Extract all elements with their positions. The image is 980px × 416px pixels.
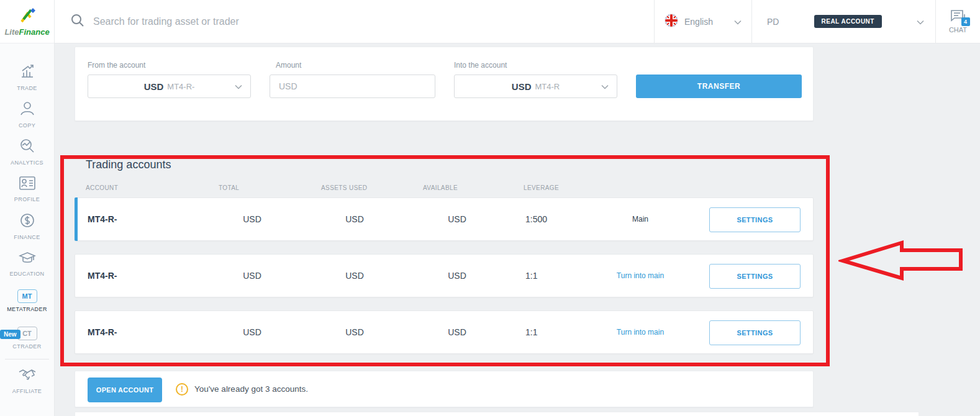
available-value: USD <box>429 311 485 353</box>
turn-into-main-link[interactable]: Turn into main <box>594 255 687 297</box>
affiliate-icon <box>18 368 37 385</box>
warning-icon: ! <box>176 383 188 396</box>
from-account-value: MT4-R- <box>167 82 194 91</box>
new-badge: New <box>0 330 20 339</box>
transfer-form: From the account USD MT4-R- Amount Into … <box>75 47 814 121</box>
chat-label: CHAT <box>949 26 967 34</box>
leverage-value: 1:500 <box>525 198 547 240</box>
litefinance-logo-icon <box>17 7 38 27</box>
uk-flag-icon <box>665 14 678 29</box>
litefinance-app: LiteFinance TRADE COPY <box>0 0 980 416</box>
brand-name: LiteFinance <box>4 27 49 37</box>
main-status-label: Main <box>594 198 687 240</box>
sidebar-item-label: AFFILIATE <box>12 388 42 394</box>
next-section-edge <box>75 412 919 416</box>
chat-button[interactable]: 4 CHAT <box>935 0 980 43</box>
main-content: From the account USD MT4-R- Amount Into … <box>55 43 980 416</box>
total-value: USD <box>224 198 280 240</box>
sidebar-nav: TRADE COPY ANALYTICS <box>0 43 54 399</box>
sidebar-item-label: EDUCATION <box>10 271 45 277</box>
leverage-value: 1:1 <box>525 311 537 353</box>
search-bar <box>55 0 654 43</box>
open-account-button[interactable]: OPEN ACCOUNT <box>88 378 162 402</box>
sidebar-item-metatrader[interactable]: MT METATRADER <box>0 282 54 319</box>
column-header-total: TOTAL <box>219 184 239 191</box>
notice-text: You've already got 3 accounts. <box>194 384 308 394</box>
amount-input[interactable] <box>270 75 435 98</box>
account-name: MT4-R- <box>88 255 117 297</box>
active-row-accent <box>75 197 78 241</box>
column-header-available: AVAILABLE <box>423 184 458 191</box>
sidebar-item-finance[interactable]: FINANCE <box>0 207 54 245</box>
sidebar-item-education[interactable]: EDUCATION <box>0 245 54 282</box>
into-account-value: MT4-R <box>535 82 560 91</box>
sidebar-item-label: CTRADER <box>12 343 41 350</box>
profile-icon <box>19 176 36 193</box>
total-value: USD <box>224 255 280 297</box>
sidebar-item-label: ANALYTICS <box>11 160 43 166</box>
sidebar: LiteFinance TRADE COPY <box>0 0 55 416</box>
topbar: English PD REAL ACCOUNT 4 CHAT <box>55 0 980 43</box>
assets-used-value: USD <box>327 311 383 353</box>
transfer-button[interactable]: TRANSFER <box>636 75 802 98</box>
turn-into-main-link[interactable]: Turn into main <box>594 311 687 353</box>
assets-used-value: USD <box>327 255 383 297</box>
accounts-notice: ! You've already got 3 accounts. <box>176 371 308 407</box>
settings-button[interactable]: SETTINGS <box>709 320 801 345</box>
account-row: MT4-R- USD USD USD 1:1 Turn into main SE… <box>75 310 814 354</box>
open-account-panel: OPEN ACCOUNT ! You've already got 3 acco… <box>75 371 814 407</box>
chat-icon: 4 <box>950 9 967 24</box>
from-account-label: From the account <box>88 61 145 70</box>
into-account-label: Into the account <box>454 61 507 70</box>
column-header-account: ACCOUNT <box>86 184 118 191</box>
column-header-assets-used: ASSETS USED <box>321 184 367 191</box>
available-value: USD <box>429 255 485 297</box>
metatrader-icon: MT <box>17 289 37 303</box>
chevron-down-icon <box>734 17 742 27</box>
sidebar-item-analytics[interactable]: ANALYTICS <box>0 133 54 170</box>
chevron-down-icon <box>917 16 924 27</box>
available-value: USD <box>429 198 485 240</box>
education-icon <box>19 250 36 268</box>
search-input[interactable] <box>93 16 638 27</box>
sidebar-item-label: METATRADER <box>7 306 47 312</box>
sidebar-divider <box>5 359 49 359</box>
chevron-down-icon <box>235 81 242 92</box>
assets-used-value: USD <box>327 198 383 240</box>
annotation-left-arrow-icon <box>838 238 966 287</box>
language-label: English <box>684 17 713 27</box>
sidebar-item-profile[interactable]: PROFILE <box>0 170 54 207</box>
finance-icon <box>19 212 35 231</box>
sidebar-item-trade[interactable]: TRADE <box>0 58 54 96</box>
litefinance-logo[interactable]: LiteFinance <box>0 0 54 43</box>
sidebar-item-label: TRADE <box>17 85 37 91</box>
settings-button[interactable]: SETTINGS <box>709 264 801 289</box>
sidebar-item-ctrader[interactable]: New CT CTRADER <box>0 319 54 356</box>
from-account-select[interactable]: USD MT4-R- <box>88 75 251 98</box>
sidebar-item-label: FINANCE <box>14 234 40 240</box>
account-row: MT4-R- USD USD USD 1:1 Turn into main SE… <box>75 254 814 297</box>
from-currency: USD <box>144 81 164 92</box>
sidebar-item-copy[interactable]: COPY <box>0 96 54 133</box>
leverage-value: 1:1 <box>525 255 537 297</box>
sidebar-item-label: PROFILE <box>14 196 40 202</box>
chat-unread-badge: 4 <box>961 17 970 26</box>
account-name: MT4-R- <box>88 311 117 353</box>
analytics-icon <box>19 138 35 156</box>
into-account-select[interactable]: USD MT4-R <box>454 75 617 98</box>
copy-trading-icon <box>19 101 35 119</box>
sidebar-item-affiliate[interactable]: AFFILIATE <box>0 362 54 399</box>
search-icon <box>71 14 84 30</box>
account-row-main: MT4-R- USD USD USD 1:500 Main SETTINGS <box>75 197 814 241</box>
chevron-down-icon <box>601 81 609 92</box>
real-account-badge: REAL ACCOUNT <box>814 15 882 28</box>
sidebar-item-label: COPY <box>19 122 35 129</box>
settings-button[interactable]: SETTINGS <box>709 207 801 232</box>
into-currency: USD <box>512 81 532 92</box>
trade-icon <box>19 63 35 82</box>
user-initials: PD <box>767 17 779 27</box>
language-selector[interactable]: English <box>654 0 751 43</box>
amount-label: Amount <box>276 61 301 70</box>
column-header-leverage: LEVERAGE <box>524 184 559 191</box>
account-menu[interactable]: PD REAL ACCOUNT <box>751 0 935 43</box>
